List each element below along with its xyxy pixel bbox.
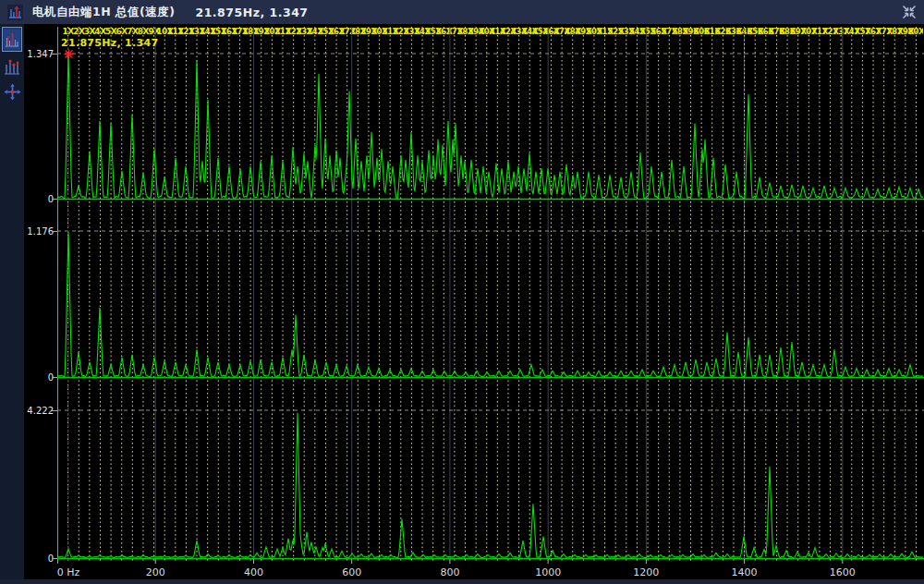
spectrum-line <box>57 232 923 377</box>
y-zero-label-chart2: 0 <box>22 372 54 383</box>
y-zero-label-chart3: 0 <box>22 554 54 564</box>
tool-button-spectrum-markers[interactable] <box>2 55 22 78</box>
y-max-label-chart2: 1.176 <box>22 226 54 237</box>
titlebar-cursor-readout: 21.875Hz, 1.347 <box>195 6 308 19</box>
y-max-label-chart3: 4.222 <box>22 406 54 416</box>
window-title: 电机自由端1H 总值(速度) <box>32 5 175 20</box>
spectrum-window-icon <box>7 5 23 20</box>
x-axis-tick-label: 1000 <box>535 566 561 578</box>
x-axis-tick-label: 800 <box>440 566 459 578</box>
window-bottom-edge <box>0 579 924 584</box>
x-axis-tick-label: 600 <box>342 566 361 578</box>
spectrum-line <box>57 54 923 199</box>
vibration-analyzer-window: 电机自由端1H 总值(速度) 21.875Hz, 1.347 <box>0 0 924 584</box>
x-axis-tick-label: 1400 <box>732 566 758 578</box>
spectrum-trace-2 <box>57 214 924 379</box>
spectrum-markers-icon <box>4 57 20 76</box>
spectrum-trace-3 <box>57 394 924 561</box>
pan-move-icon <box>4 83 21 101</box>
spectrum-line <box>57 413 923 558</box>
tool-button-spectrum-view[interactable] <box>2 27 22 52</box>
cursor-annotation: 21.875Hz, 1.347 <box>61 37 158 49</box>
cursor-peak-marker-icon[interactable] <box>64 49 74 59</box>
tool-sidebar <box>0 24 24 584</box>
x-axis-tick-label: 0 Hz <box>57 566 80 578</box>
y-max-label-chart1: 1.347 <box>22 49 54 59</box>
y-zero-label-chart1: 0 <box>22 194 54 204</box>
x-axis-tick-label: 400 <box>244 566 263 578</box>
spectrum-trace-1 <box>57 37 924 201</box>
window-titlebar: 电机自由端1H 总值(速度) 21.875Hz, 1.347 <box>0 0 924 24</box>
tool-button-pan[interactable] <box>2 81 22 102</box>
x-axis-tick-label: 1600 <box>830 566 856 578</box>
collapse-window-icon[interactable] <box>902 5 917 19</box>
x-axis-tick-label: 1200 <box>633 566 659 578</box>
x-axis-tick-label: 200 <box>146 566 165 578</box>
spectrum-view-icon <box>4 30 20 49</box>
